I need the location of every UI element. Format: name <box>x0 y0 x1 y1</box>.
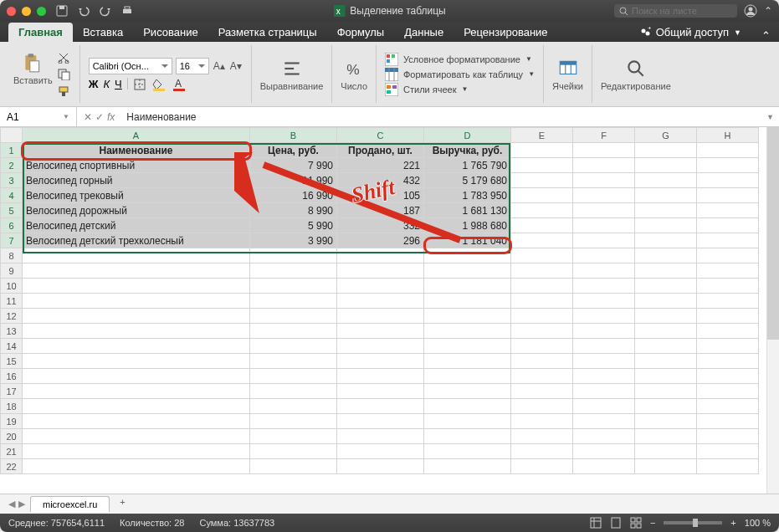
cell[interactable] <box>337 339 424 354</box>
cell[interactable] <box>573 279 635 294</box>
cell[interactable] <box>424 279 511 294</box>
table-data-cell[interactable]: 1 681 130 <box>424 203 511 218</box>
cell[interactable] <box>337 444 424 459</box>
cell[interactable] <box>697 248 759 263</box>
tab-page-layout[interactable]: Разметка страницы <box>208 23 327 42</box>
col-header-B[interactable]: B <box>250 128 337 143</box>
cell[interactable] <box>250 248 337 263</box>
table-header-cell[interactable]: Продано, шт. <box>337 143 424 158</box>
table-data-cell[interactable]: 7 990 <box>250 158 337 173</box>
table-data-cell[interactable]: 1 988 680 <box>424 218 511 233</box>
zoom-in-icon[interactable]: + <box>730 518 735 528</box>
cell[interactable] <box>697 294 759 309</box>
tab-draw[interactable]: Рисование <box>133 23 208 42</box>
cell[interactable] <box>573 309 635 324</box>
maximize-icon[interactable] <box>37 7 46 16</box>
cell[interactable] <box>697 203 759 218</box>
row-header-14[interactable]: 14 <box>1 339 23 354</box>
cell[interactable] <box>424 294 511 309</box>
cell[interactable] <box>697 339 759 354</box>
cell[interactable] <box>250 444 337 459</box>
cell[interactable] <box>573 369 635 384</box>
cell[interactable] <box>23 279 250 294</box>
table-data-cell[interactable]: Велосипед трековый <box>23 188 250 203</box>
cell[interactable] <box>424 429 511 444</box>
cell[interactable] <box>511 279 573 294</box>
cell[interactable] <box>337 384 424 399</box>
cell[interactable] <box>424 384 511 399</box>
tab-insert[interactable]: Вставка <box>73 23 133 42</box>
cell[interactable] <box>337 459 424 474</box>
view-normal-icon[interactable] <box>590 517 602 529</box>
table-data-cell[interactable]: Велосипед спортивный <box>23 158 250 173</box>
row-header-15[interactable]: 15 <box>1 354 23 369</box>
row-header-7[interactable]: 7 <box>1 233 23 248</box>
cell[interactable] <box>635 369 697 384</box>
table-data-cell[interactable]: Велосипед горный <box>23 173 250 188</box>
cell[interactable] <box>511 309 573 324</box>
cell[interactable] <box>635 414 697 429</box>
col-header-D[interactable]: D <box>424 128 511 143</box>
cell[interactable] <box>635 203 697 218</box>
cell[interactable] <box>635 459 697 474</box>
cell[interactable] <box>424 324 511 339</box>
cell[interactable] <box>23 248 250 263</box>
table-header-cell[interactable]: Наименование <box>23 143 250 158</box>
cell[interactable] <box>250 384 337 399</box>
cell[interactable] <box>635 399 697 414</box>
col-header-E[interactable]: E <box>511 128 573 143</box>
tab-data[interactable]: Данные <box>394 23 454 42</box>
table-data-cell[interactable]: 296 <box>337 233 424 248</box>
cell[interactable] <box>511 384 573 399</box>
col-header-H[interactable]: H <box>697 128 759 143</box>
cell[interactable] <box>250 459 337 474</box>
cell[interactable] <box>573 233 635 248</box>
table-data-cell[interactable]: Велосипед детский <box>23 218 250 233</box>
expand-formula-icon[interactable]: ▼ <box>761 113 779 121</box>
cell[interactable] <box>573 294 635 309</box>
cell[interactable] <box>511 173 573 188</box>
cell[interactable] <box>511 354 573 369</box>
cell[interactable] <box>424 248 511 263</box>
table-data-cell[interactable]: 1 181 040 <box>424 233 511 248</box>
fx-icon[interactable]: fx <box>107 111 115 123</box>
table-data-cell[interactable]: 332 <box>337 218 424 233</box>
cell[interactable] <box>635 309 697 324</box>
cell[interactable] <box>23 324 250 339</box>
cell[interactable] <box>424 309 511 324</box>
cell[interactable] <box>511 158 573 173</box>
sheet-tab-1[interactable]: microexcel.ru <box>30 496 110 512</box>
cell[interactable] <box>697 459 759 474</box>
cell[interactable] <box>573 158 635 173</box>
search-box[interactable] <box>614 4 737 18</box>
cell[interactable] <box>250 429 337 444</box>
cell[interactable] <box>697 414 759 429</box>
row-header-4[interactable]: 4 <box>1 188 23 203</box>
row-header-6[interactable]: 6 <box>1 218 23 233</box>
cell[interactable] <box>635 188 697 203</box>
cell[interactable] <box>635 324 697 339</box>
table-header-cell[interactable]: Цена, руб. <box>250 143 337 158</box>
cell-styles-button[interactable]: Стили ячеек▼ <box>385 82 468 97</box>
cell[interactable] <box>635 294 697 309</box>
cell[interactable] <box>697 279 759 294</box>
cell[interactable] <box>424 369 511 384</box>
cut-icon[interactable] <box>58 52 71 64</box>
save-icon[interactable] <box>56 5 68 17</box>
cell[interactable] <box>250 339 337 354</box>
cell[interactable] <box>635 354 697 369</box>
cell[interactable] <box>697 263 759 279</box>
cell[interactable] <box>573 339 635 354</box>
cell[interactable] <box>511 339 573 354</box>
chevron-down-icon[interactable]: ⌃ <box>764 5 772 17</box>
cell[interactable] <box>697 354 759 369</box>
cell[interactable] <box>635 143 697 158</box>
editing-button[interactable]: Редактирование <box>601 58 671 91</box>
row-header-12[interactable]: 12 <box>1 309 23 324</box>
name-box[interactable]: A1▼ <box>0 107 77 126</box>
cell[interactable] <box>250 294 337 309</box>
cell[interactable] <box>697 324 759 339</box>
cell[interactable] <box>635 384 697 399</box>
cell[interactable] <box>250 399 337 414</box>
col-header-C[interactable]: C <box>337 128 424 143</box>
